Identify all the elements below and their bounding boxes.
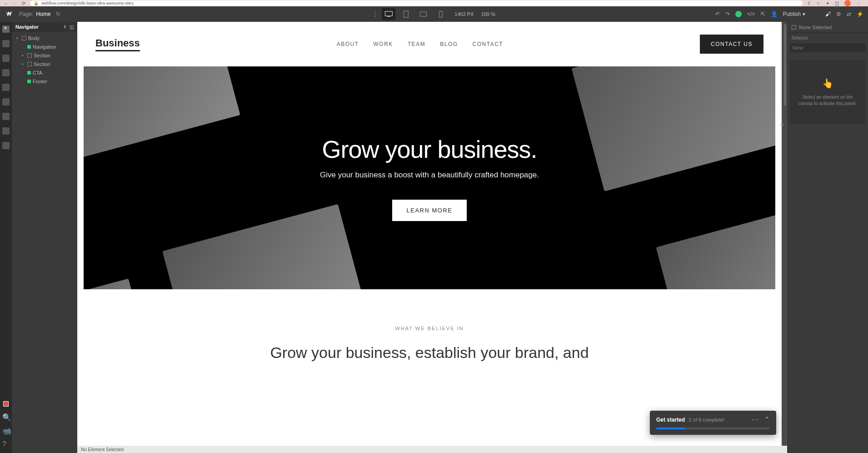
nav-link-team[interactable]: TEAM: [408, 41, 425, 47]
tree-node-body[interactable]: ▸Body: [12, 34, 77, 42]
contact-us-button[interactable]: CONTACT US: [700, 35, 763, 54]
url-bar[interactable]: 🔒 webflow.com/design/elle-bees-ultra-awe…: [30, 0, 803, 6]
selector-label: Selector: [787, 33, 868, 41]
navigator-title: Navigator: [15, 24, 39, 30]
navigator-tree: ▸BodyNavigation▸Section▸SectionCTAFooter: [12, 32, 77, 87]
export-icon[interactable]: ⇱: [761, 11, 765, 17]
browser-chrome: ← → ⟳ 🔒 webflow.com/design/elle-bees-ult…: [0, 0, 868, 6]
site-logo[interactable]: Business: [95, 37, 140, 51]
assets-icon[interactable]: [2, 84, 10, 91]
canvas-resize-handle[interactable]: ⇔: [780, 122, 783, 127]
tree-arrow-icon[interactable]: ▸: [22, 62, 25, 66]
page-name[interactable]: Home: [36, 11, 50, 17]
selection-box-icon: [792, 25, 796, 30]
share-icon[interactable]: ⇧: [807, 1, 811, 6]
svg-rect-3: [420, 12, 426, 16]
canvas-status-bar: No Element Selected: [77, 446, 787, 453]
star-icon[interactable]: ☆: [816, 1, 820, 6]
profile-avatar[interactable]: [844, 0, 851, 6]
window-icon[interactable]: ◫: [835, 1, 839, 6]
users-icon[interactable]: [2, 127, 10, 135]
component-icon: [27, 71, 31, 75]
hero-title[interactable]: Grow your business.: [320, 135, 539, 163]
tree-node-section[interactable]: ▸Section: [12, 60, 77, 68]
style-panel-icon[interactable]: 🖌: [825, 11, 831, 17]
tree-node-label: Navigation: [33, 44, 56, 50]
refresh-icon[interactable]: ↻: [56, 11, 60, 17]
design-canvas[interactable]: Business ABOUTWORKTEAMBLOGCONTACT CONTAC…: [77, 22, 782, 446]
element-icon: [22, 36, 26, 40]
tree-arrow-icon[interactable]: ▸: [22, 53, 25, 57]
element-icon: [27, 62, 32, 66]
lock-icon: 🔒: [34, 1, 39, 5]
navigator-expand-icon[interactable]: ⇕: [63, 25, 67, 30]
tree-node-label: CTA: [33, 70, 42, 76]
reload-icon[interactable]: ⟳: [22, 1, 25, 6]
element-icon: [27, 53, 32, 58]
get-started-collapse-icon[interactable]: ⌃: [764, 415, 770, 424]
redo-icon[interactable]: ↷: [725, 11, 730, 17]
share-person-icon[interactable]: 👤: [771, 11, 778, 17]
canvas-scrollbar[interactable]: [783, 22, 786, 446]
webflow-logo-icon[interactable]: [5, 10, 14, 19]
canvas-width[interactable]: 1452 PX: [454, 11, 474, 17]
navigator-collapse-icon[interactable]: ◫: [70, 25, 74, 30]
breakpoint-mobile[interactable]: [434, 8, 447, 20]
extension-icon[interactable]: ✦: [826, 1, 829, 6]
cms-icon[interactable]: [2, 98, 10, 106]
audit-icon[interactable]: [3, 401, 9, 407]
breakpoint-tablet[interactable]: [399, 8, 413, 20]
learn-more-button[interactable]: LEARN MORE: [392, 200, 467, 221]
breakpoint-menu-icon[interactable]: ⋮: [373, 11, 378, 17]
effects-panel-icon[interactable]: ⚡: [857, 11, 863, 17]
scrollbar-thumb[interactable]: [784, 24, 786, 106]
empty-state: 👆 Select an element on the canvas to act…: [790, 60, 865, 124]
nav-link-work[interactable]: WORK: [374, 41, 393, 47]
breakpoint-desktop[interactable]: [382, 8, 395, 20]
status-text: No Element Selected: [81, 447, 124, 452]
tree-node-section[interactable]: ▸Section: [12, 51, 77, 60]
settings-panel-icon[interactable]: ⚙: [836, 11, 841, 17]
get-started-menu-icon[interactable]: ⋯: [751, 415, 758, 424]
zoom-level[interactable]: 100 %: [481, 11, 495, 17]
hero-section: Grow your business. Give your business a…: [84, 66, 775, 289]
get-started-progress-fill: [656, 428, 685, 429]
code-icon[interactable]: </>: [747, 11, 755, 17]
undo-icon[interactable]: ↶: [715, 11, 720, 17]
menu-dots-icon[interactable]: ⋮: [856, 1, 861, 6]
add-element-icon[interactable]: +: [2, 25, 10, 33]
ecommerce-icon[interactable]: [2, 113, 10, 120]
help-icon[interactable]: ?: [2, 440, 10, 448]
selector-input[interactable]: None: [790, 43, 865, 52]
back-icon[interactable]: ←: [4, 1, 8, 6]
section-eyebrow[interactable]: WHAT WE BELIEVE IN: [95, 326, 763, 331]
navigator-header: Navigator ⇕ ◫: [12, 22, 77, 32]
settings-icon[interactable]: [2, 142, 10, 149]
forward-icon[interactable]: →: [13, 1, 17, 6]
breakpoint-tablet-landscape[interactable]: [416, 8, 430, 20]
tree-node-footer[interactable]: Footer: [12, 77, 77, 86]
nav-link-blog[interactable]: BLOG: [440, 41, 458, 47]
search-icon[interactable]: 🔍: [2, 413, 10, 420]
components-icon[interactable]: [2, 69, 10, 76]
nav-link-about[interactable]: ABOUT: [337, 41, 359, 47]
nav-link-contact[interactable]: CONTACT: [473, 41, 504, 47]
video-icon[interactable]: 📹: [2, 427, 10, 434]
svg-rect-2: [404, 11, 408, 17]
hero-subtitle[interactable]: Give your business a boost with a beauti…: [320, 171, 539, 180]
navigator-icon[interactable]: [2, 55, 10, 62]
status-indicator-icon[interactable]: [735, 11, 742, 17]
tree-node-cta[interactable]: CTA: [12, 68, 77, 77]
tree-node-navigation[interactable]: Navigation: [12, 42, 77, 51]
section-title[interactable]: Grow your business, establish your brand…: [95, 344, 763, 362]
svg-rect-1: [387, 16, 390, 17]
left-icon-rail: + 🔍 📹 ?: [0, 22, 12, 453]
tree-arrow-icon[interactable]: ▸: [16, 36, 20, 40]
get-started-title: Get started: [656, 417, 685, 423]
site-menu: ABOUTWORKTEAMBLOGCONTACT: [337, 41, 504, 47]
app-toolbar: Page: Home ↻ ⋮ 1452 PX 100 % ↶ ↷ </> ⇱ 👤…: [0, 6, 868, 22]
interactions-panel-icon[interactable]: ⇄: [847, 11, 851, 17]
publish-button[interactable]: Publish ▾: [783, 11, 805, 17]
pages-icon[interactable]: [2, 40, 10, 47]
empty-state-text: Select an element on the canvas to activ…: [795, 94, 860, 107]
